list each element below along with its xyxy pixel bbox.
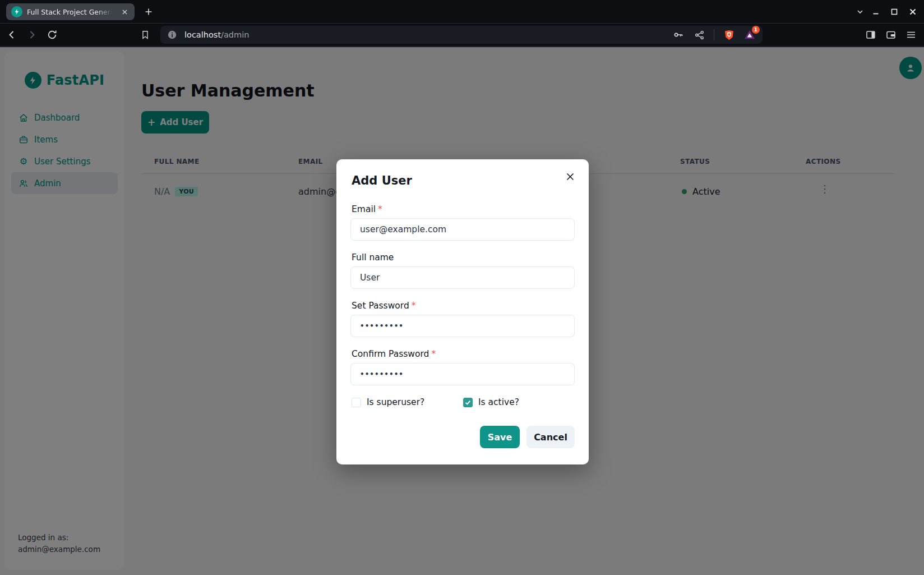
full-name-label: Full name (352, 252, 575, 263)
new-tab-icon[interactable] (142, 5, 155, 19)
window-maximize-icon[interactable] (890, 7, 899, 16)
email-field-group: Email* (350, 204, 575, 241)
side-panel-icon[interactable] (865, 29, 877, 41)
confirm-password-label: Confirm Password* (352, 349, 575, 359)
is-superuser-checkbox[interactable]: Is superuser? (352, 397, 463, 407)
checkbox-checked[interactable] (463, 398, 473, 407)
tab-strip: Full Stack Project Genera (0, 0, 924, 24)
share-icon[interactable] (693, 29, 705, 41)
checkbox-unchecked[interactable] (352, 398, 361, 407)
toolbar-right-group (865, 29, 924, 41)
urlbar-action-group: 1 (672, 29, 756, 41)
save-button[interactable]: Save (480, 426, 520, 448)
is-superuser-label: Is superuser? (367, 397, 424, 407)
rewards-badge: 1 (752, 26, 760, 34)
confirm-password-field[interactable] (350, 363, 575, 385)
window-controls (871, 0, 921, 24)
brave-rewards-icon[interactable]: 1 (743, 29, 756, 41)
confirm-password-field-group: Confirm Password* (350, 349, 575, 385)
url-text[interactable]: localhost/admin (184, 30, 249, 39)
brave-shield-icon[interactable] (723, 29, 735, 41)
is-active-checkbox[interactable]: Is active? (463, 397, 575, 407)
required-marker: * (412, 301, 416, 311)
back-icon[interactable] (6, 29, 18, 41)
browser-toolbar: localhost/admin 1 (0, 24, 924, 47)
wallet-icon[interactable] (885, 29, 897, 41)
reload-icon[interactable] (46, 29, 58, 41)
required-marker: * (378, 204, 382, 214)
page-content: FastAPI Dashboard Items ⚙ User Settings (0, 47, 924, 575)
required-marker: * (431, 349, 436, 359)
toolbar-divider (714, 29, 714, 40)
tab-title: Full Stack Project Genera (27, 8, 112, 16)
set-password-field[interactable] (350, 315, 575, 337)
url-host: localhost (184, 30, 221, 39)
set-password-label: Set Password* (352, 301, 575, 311)
add-user-modal: Add User Email* Full name Set Password* … (336, 159, 589, 464)
full-name-field-group: Full name (350, 252, 575, 289)
tab-close-icon[interactable] (119, 7, 130, 17)
email-field[interactable] (350, 218, 575, 241)
email-label: Email* (352, 204, 575, 214)
window-minimize-icon[interactable] (871, 7, 880, 16)
checkbox-row: Is superuser? Is active? (352, 397, 575, 407)
set-password-field-group: Set Password* (350, 301, 575, 337)
browser-chrome: Full Stack Project Genera (0, 0, 924, 47)
password-key-icon[interactable] (672, 29, 685, 41)
full-name-field[interactable] (350, 266, 575, 289)
modal-button-row: Save Cancel (350, 426, 575, 448)
forward-icon[interactable] (26, 29, 38, 41)
close-icon[interactable] (562, 168, 579, 185)
window-close-icon[interactable] (908, 7, 917, 16)
browser-tab[interactable]: Full Stack Project Genera (6, 3, 135, 20)
modal-title: Add User (352, 174, 575, 187)
menu-hamburger-icon[interactable] (905, 29, 917, 41)
cancel-button[interactable]: Cancel (526, 426, 575, 448)
tab-search-chevron-down-icon[interactable] (856, 7, 865, 16)
site-info-icon[interactable] (167, 30, 177, 40)
bookmark-icon[interactable] (139, 29, 151, 41)
is-active-label: Is active? (478, 397, 519, 407)
url-path: /admin (221, 30, 249, 39)
nav-button-group (6, 29, 58, 41)
fastapi-favicon-bolt-icon (11, 6, 22, 17)
url-bar[interactable]: localhost/admin 1 (160, 26, 763, 44)
